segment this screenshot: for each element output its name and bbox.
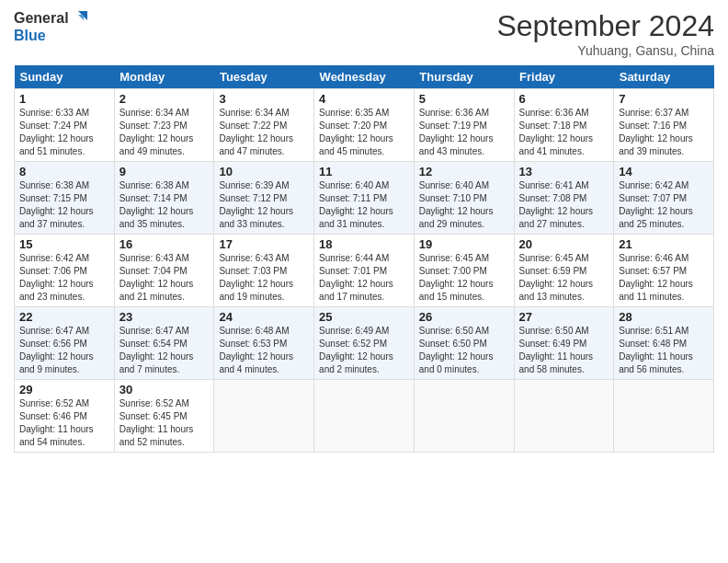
daylight-label: Daylight: 12 hours and 23 minutes. <box>19 279 94 302</box>
sunrise-label: Sunrise: 6:46 AM <box>619 253 688 263</box>
day-number: 4 <box>319 92 409 106</box>
table-row: 16 Sunrise: 6:43 AM Sunset: 7:04 PM Dayl… <box>114 235 214 307</box>
daylight-label: Daylight: 12 hours and 49 minutes. <box>119 133 194 156</box>
empty-cell <box>614 380 714 453</box>
cell-info: Sunrise: 6:39 AM Sunset: 7:12 PM Dayligh… <box>219 179 309 231</box>
daylight-label: Daylight: 12 hours and 4 minutes. <box>219 351 293 374</box>
table-row: 5 Sunrise: 6:36 AM Sunset: 7:19 PM Dayli… <box>414 89 514 162</box>
cell-info: Sunrise: 6:52 AM Sunset: 6:46 PM Dayligh… <box>19 397 109 449</box>
sunrise-label: Sunrise: 6:49 AM <box>319 326 389 336</box>
sunset-label: Sunset: 7:07 PM <box>619 193 687 203</box>
daylight-label: Daylight: 11 hours and 54 minutes. <box>19 424 94 447</box>
day-number: 5 <box>419 92 509 106</box>
table-row: 30 Sunrise: 6:52 AM Sunset: 6:45 PM Dayl… <box>114 380 214 453</box>
day-number: 30 <box>119 383 210 396</box>
table-row: 2 Sunrise: 6:34 AM Sunset: 7:23 PM Dayli… <box>114 89 214 162</box>
daylight-label: Daylight: 12 hours and 31 minutes. <box>319 206 393 229</box>
sunrise-label: Sunrise: 6:43 AM <box>119 253 189 263</box>
cell-info: Sunrise: 6:45 AM Sunset: 6:59 PM Dayligh… <box>519 252 609 304</box>
sunrise-label: Sunrise: 6:41 AM <box>519 180 589 190</box>
day-number: 19 <box>419 237 509 251</box>
sunset-label: Sunset: 7:04 PM <box>119 266 188 276</box>
cell-info: Sunrise: 6:43 AM Sunset: 7:03 PM Dayligh… <box>219 252 309 304</box>
day-number: 13 <box>519 165 609 178</box>
sunrise-label: Sunrise: 6:38 AM <box>119 180 189 190</box>
cell-info: Sunrise: 6:34 AM Sunset: 7:22 PM Dayligh… <box>219 107 309 158</box>
cell-info: Sunrise: 6:33 AM Sunset: 7:24 PM Dayligh… <box>19 107 109 158</box>
col-thursday: Thursday <box>414 65 514 89</box>
sunrise-label: Sunrise: 6:52 AM <box>119 398 189 408</box>
day-number: 26 <box>419 310 509 324</box>
sunset-label: Sunset: 6:45 PM <box>119 411 188 421</box>
sunset-label: Sunset: 7:06 PM <box>19 266 87 276</box>
daylight-label: Daylight: 12 hours and 13 minutes. <box>519 279 594 302</box>
col-sunday: Sunday <box>15 65 115 89</box>
sunset-label: Sunset: 6:46 PM <box>19 411 87 421</box>
table-row: 29 Sunrise: 6:52 AM Sunset: 6:46 PM Dayl… <box>15 380 115 453</box>
table-row: 21 Sunrise: 6:46 AM Sunset: 6:57 PM Dayl… <box>614 235 714 307</box>
table-row: 25 Sunrise: 6:49 AM Sunset: 6:52 PM Dayl… <box>314 307 415 380</box>
day-number: 6 <box>519 92 609 106</box>
col-friday: Friday <box>514 65 614 89</box>
day-number: 1 <box>19 92 109 106</box>
sunset-label: Sunset: 6:52 PM <box>319 339 387 349</box>
sunset-label: Sunset: 7:11 PM <box>319 193 387 203</box>
calendar-week-row: 22 Sunrise: 6:47 AM Sunset: 6:56 PM Dayl… <box>15 307 714 380</box>
sunrise-label: Sunrise: 6:44 AM <box>319 253 389 263</box>
sunset-label: Sunset: 7:22 PM <box>219 121 287 131</box>
col-saturday: Saturday <box>614 65 714 89</box>
sunrise-label: Sunrise: 6:42 AM <box>619 180 688 190</box>
cell-info: Sunrise: 6:50 AM Sunset: 6:50 PM Dayligh… <box>419 325 509 376</box>
day-number: 29 <box>19 383 109 396</box>
table-row: 3 Sunrise: 6:34 AM Sunset: 7:22 PM Dayli… <box>214 89 314 162</box>
sunrise-label: Sunrise: 6:34 AM <box>219 108 289 118</box>
cell-info: Sunrise: 6:36 AM Sunset: 7:19 PM Dayligh… <box>419 107 509 158</box>
sunrise-label: Sunrise: 6:42 AM <box>19 253 89 263</box>
logo: General Blue <box>14 9 89 44</box>
sunset-label: Sunset: 7:18 PM <box>519 121 587 131</box>
day-number: 12 <box>419 165 509 178</box>
daylight-label: Daylight: 12 hours and 19 minutes. <box>219 279 293 302</box>
sunset-label: Sunset: 7:23 PM <box>119 121 188 131</box>
sunset-label: Sunset: 7:19 PM <box>419 121 487 131</box>
cell-info: Sunrise: 6:46 AM Sunset: 6:57 PM Dayligh… <box>619 252 709 304</box>
cell-info: Sunrise: 6:35 AM Sunset: 7:20 PM Dayligh… <box>319 107 409 158</box>
sunrise-label: Sunrise: 6:38 AM <box>19 180 89 190</box>
sunrise-label: Sunrise: 6:40 AM <box>419 180 489 190</box>
svg-marker-1 <box>78 15 84 20</box>
cell-info: Sunrise: 6:41 AM Sunset: 7:08 PM Dayligh… <box>519 179 609 231</box>
sunset-label: Sunset: 7:00 PM <box>419 266 487 276</box>
daylight-label: Daylight: 12 hours and 11 minutes. <box>619 279 693 302</box>
daylight-label: Daylight: 12 hours and 39 minutes. <box>619 133 693 156</box>
day-number: 8 <box>19 165 109 178</box>
day-number: 23 <box>119 310 210 324</box>
day-number: 14 <box>619 165 709 178</box>
calendar-week-row: 1 Sunrise: 6:33 AM Sunset: 7:24 PM Dayli… <box>15 89 714 162</box>
logo-general: General <box>14 10 69 27</box>
sunset-label: Sunset: 6:54 PM <box>119 339 188 349</box>
col-monday: Monday <box>114 65 214 89</box>
table-row: 8 Sunrise: 6:38 AM Sunset: 7:15 PM Dayli… <box>15 162 115 235</box>
calendar-week-row: 15 Sunrise: 6:42 AM Sunset: 7:06 PM Dayl… <box>15 235 714 307</box>
daylight-label: Daylight: 12 hours and 9 minutes. <box>19 351 94 374</box>
empty-cell <box>414 380 514 453</box>
daylight-label: Daylight: 12 hours and 35 minutes. <box>119 206 194 229</box>
daylight-label: Daylight: 11 hours and 58 minutes. <box>519 351 594 374</box>
day-number: 21 <box>619 237 709 251</box>
daylight-label: Daylight: 12 hours and 41 minutes. <box>519 133 594 156</box>
daylight-label: Daylight: 12 hours and 2 minutes. <box>319 351 393 374</box>
day-number: 10 <box>219 165 309 178</box>
cell-info: Sunrise: 6:50 AM Sunset: 6:49 PM Dayligh… <box>519 325 609 376</box>
table-row: 24 Sunrise: 6:48 AM Sunset: 6:53 PM Dayl… <box>214 307 314 380</box>
sunset-label: Sunset: 7:03 PM <box>219 266 287 276</box>
day-number: 25 <box>319 310 409 324</box>
table-row: 13 Sunrise: 6:41 AM Sunset: 7:08 PM Dayl… <box>514 162 614 235</box>
cell-info: Sunrise: 6:43 AM Sunset: 7:04 PM Dayligh… <box>119 252 210 304</box>
daylight-label: Daylight: 11 hours and 56 minutes. <box>619 351 693 374</box>
daylight-label: Daylight: 12 hours and 29 minutes. <box>419 206 494 229</box>
daylight-label: Daylight: 12 hours and 7 minutes. <box>119 351 194 374</box>
day-number: 15 <box>19 237 109 251</box>
sunset-label: Sunset: 6:50 PM <box>419 339 487 349</box>
sunrise-label: Sunrise: 6:36 AM <box>419 108 489 118</box>
table-row: 17 Sunrise: 6:43 AM Sunset: 7:03 PM Dayl… <box>214 235 314 307</box>
